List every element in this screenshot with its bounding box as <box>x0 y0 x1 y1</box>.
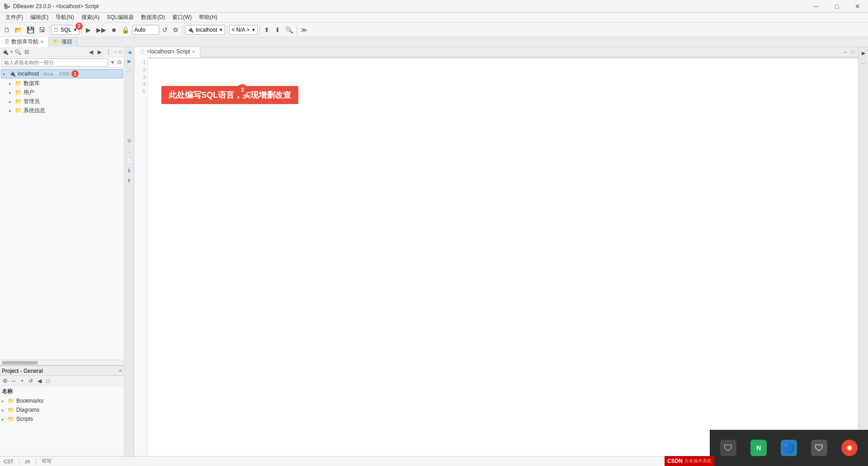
sql-highlight-box[interactable]: 此处编写SQL语言，实现增删改查 <box>161 86 298 104</box>
tab-db-nav[interactable]: 🗄 数据库导航 ✕ <box>0 37 49 47</box>
db-tree-item[interactable]: ▸ 📁 数据库 <box>0 79 124 88</box>
maximize-button[interactable]: □ <box>826 0 847 13</box>
maximize-panel-icon[interactable]: □ <box>118 49 123 54</box>
minimize-panel-icon[interactable]: ─ <box>113 49 118 54</box>
filter-settings-icon[interactable]: ⚙ <box>117 59 122 66</box>
conn-type-icon: 🔌 <box>9 70 16 77</box>
menu-search[interactable]: 搜索(A) <box>78 13 103 22</box>
toolbar-run-script-btn[interactable]: ▶▶ <box>94 24 108 36</box>
toolbar-refresh-btn[interactable]: ↺ <box>160 24 170 36</box>
search-bar: ▼ ⚙ <box>0 57 124 68</box>
strip-bottom-btn[interactable]: ⚙ <box>125 137 133 145</box>
sysinfo-tree-item[interactable]: ▸ 📁 系统信息 <box>0 106 124 115</box>
table-search-input[interactable] <box>2 58 108 67</box>
toolbar-search-btn[interactable]: 🔍 <box>283 24 295 36</box>
toolbar-settings-btn[interactable]: ⚙ <box>171 24 181 36</box>
localhost-label: localhost <box>18 71 39 77</box>
project-add-btn[interactable]: + <box>18 377 26 385</box>
strip-export-btn[interactable]: ⬆ <box>125 176 133 185</box>
users-tree-item[interactable]: ▸ 📁 用户 <box>0 88 124 97</box>
strip-import-btn[interactable]: ⬇ <box>125 166 133 175</box>
minimize-button[interactable]: ─ <box>806 0 826 13</box>
close-button[interactable]: ✕ <box>847 0 868 13</box>
strip-btn-1[interactable]: ◀ <box>125 48 133 56</box>
sysinfo-expand-arrow: ▸ <box>9 108 14 113</box>
script-icon: 📄 <box>139 49 145 55</box>
toolbar-more-btn[interactable]: ≫ <box>299 24 309 36</box>
tray-shield2-icon[interactable]: 🛡 <box>811 440 827 456</box>
project-minimize-btn[interactable]: ─ <box>9 377 18 385</box>
strip-nav-btn[interactable]: … <box>125 147 133 155</box>
toolbar-lock-btn[interactable]: 🔒 <box>120 24 131 36</box>
new-conn-btn[interactable]: 🔌 <box>1 48 9 56</box>
toolbar-save-all-btn[interactable]: 🖫 <box>37 24 47 36</box>
panel-menu-btn[interactable]: ⋮ <box>104 48 113 56</box>
strip-script-btn[interactable]: 📄 <box>125 157 133 165</box>
h-scrollbar[interactable] <box>0 360 124 365</box>
bookmarks-item[interactable]: ▸ 📁 Bookmarks <box>0 396 124 405</box>
toolbar-export-btn[interactable]: ⬆ <box>262 24 272 36</box>
project-settings-btn[interactable]: ⚙ <box>1 377 9 385</box>
filter-icon[interactable]: ▼ <box>110 59 115 66</box>
db-folder-icon: 📁 <box>14 80 22 87</box>
strip-btn-3[interactable]: … <box>125 66 133 74</box>
tray-chrome-icon[interactable] <box>841 440 858 456</box>
collapse-all-btn[interactable]: ⊟ <box>23 48 31 56</box>
tree-expand-arrow: ▸ <box>3 71 9 76</box>
menu-help[interactable]: 帮助(H) <box>195 13 221 22</box>
scripts-item[interactable]: ▸ 📁 Scripts <box>0 414 124 423</box>
csdn-badge[interactable]: CSDN 实名操作系统 <box>665 456 714 466</box>
sql-type-dropdown[interactable]: 🗒 SQL ▼ 2 <box>51 25 80 35</box>
project-nav-back-btn[interactable]: ◀ <box>35 377 43 385</box>
menu-file[interactable]: 文件(F) <box>2 13 27 22</box>
right-icon-2[interactable]: … <box>859 58 868 66</box>
filter-btn[interactable]: 🔍 <box>14 48 22 56</box>
right-icon-1[interactable]: ▶ <box>859 49 868 57</box>
project-close-btn[interactable]: ✕ <box>118 368 122 373</box>
tab-db-nav-close[interactable]: ✕ <box>40 39 44 44</box>
na-label: < N/A > <box>231 27 250 33</box>
tray-shield-icon[interactable]: 🛡 <box>720 440 736 456</box>
csdn-label: CSDN <box>667 458 683 464</box>
menu-sql-editor[interactable]: SQL编辑器 <box>103 13 137 22</box>
admin-tree-item[interactable]: ▸ 📁 管理员 <box>0 97 124 106</box>
menu-edit[interactable]: 编辑(E) <box>27 13 52 22</box>
toolbar-save-btn[interactable]: 💾 <box>25 24 36 36</box>
tab-project[interactable]: 📁 项目 <box>49 37 77 47</box>
project-maximize-btn[interactable]: □ <box>44 377 52 385</box>
tray-bluetooth-icon[interactable]: 🔵 <box>781 440 797 456</box>
script-tab-close[interactable]: ✕ <box>192 49 195 54</box>
nav-left-btn[interactable]: ◀ <box>87 48 95 56</box>
connection-dropdown[interactable]: 🔌 localhost ▼ <box>185 25 225 35</box>
tab-project-label: 项目 <box>61 38 72 46</box>
toolbar-stop-btn[interactable]: ■ <box>109 24 119 36</box>
tray-nvidia-icon[interactable]: N <box>750 440 767 456</box>
toolbar-sep-5 <box>259 25 260 34</box>
menu-window[interactable]: 窗口(W) <box>169 13 195 22</box>
localhost-tree-item[interactable]: ▸ 🔌 localhost - loca... 3306 1 <box>1 69 123 78</box>
menu-database[interactable]: 数据库(D) <box>137 13 169 22</box>
na-dropdown[interactable]: < N/A > ▼ <box>229 25 258 35</box>
toolbar-new-btn[interactable]: 🗋 <box>2 24 12 36</box>
project-col-header: 名称 <box>0 387 124 396</box>
tab-ctrl-minimize[interactable]: ─ <box>842 48 849 56</box>
diagrams-item[interactable]: ▸ 📁 Diagrams <box>0 405 124 414</box>
title-bar: 🦫 DBeaver 23.0.0 - <localhost> Script ─ … <box>0 0 868 13</box>
nav-right-btn[interactable]: ▶ <box>96 48 104 56</box>
toolbar-open-btn[interactable]: 📂 <box>13 24 24 36</box>
toolbar-import-btn[interactable]: ⬇ <box>273 24 283 36</box>
scrollbar-thumb[interactable] <box>2 361 38 365</box>
auto-input[interactable] <box>132 25 159 35</box>
title-controls: ─ □ ✕ <box>806 0 868 13</box>
users-label: 用户 <box>24 89 34 96</box>
project-refresh-btn[interactable]: ↺ <box>27 377 35 385</box>
editor-content[interactable]: 3 此处编写SQL语言，实现增删改查 <box>149 57 858 456</box>
strip-btn-2[interactable]: ▶ <box>125 57 133 65</box>
toolbar-run-btn[interactable]: ▶ <box>84 24 94 36</box>
menu-nav[interactable]: 导航(N) <box>52 13 78 22</box>
window-title: DBeaver 23.0.0 - <localhost> Script <box>13 3 99 10</box>
editor-area[interactable]: 1 2 3 4 5 3 此处编写SQL语言，实现增删改查 <box>134 57 858 456</box>
script-tab[interactable]: 📄 <localhost> Script ✕ <box>134 47 200 57</box>
tab-ctrl-maximize[interactable]: □ <box>849 48 856 56</box>
toolbar-sep-3 <box>183 25 183 34</box>
